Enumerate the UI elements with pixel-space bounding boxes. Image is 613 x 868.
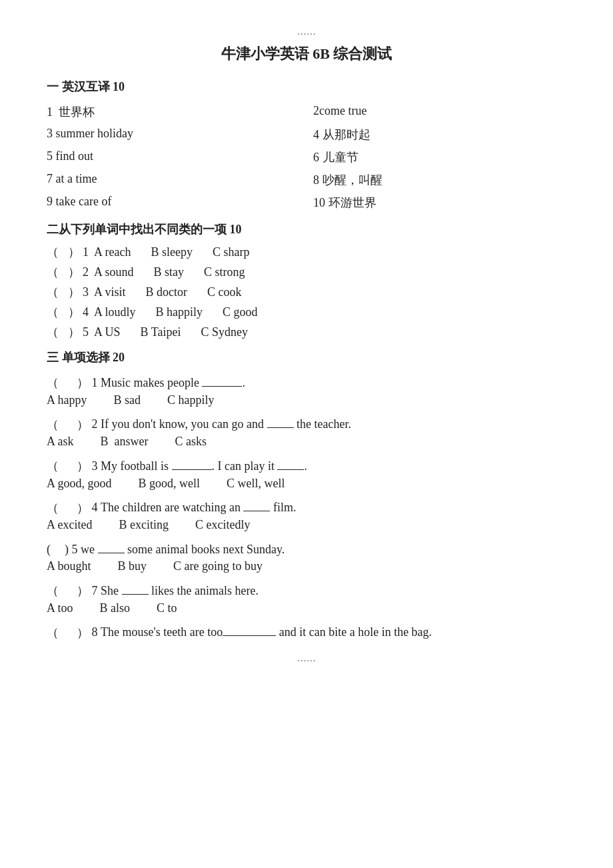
section3-header: 三 单项选择 20 xyxy=(47,349,566,365)
translation-item-2: 2come true xyxy=(313,103,566,121)
translation-item-4: 4 从那时起 xyxy=(313,125,566,144)
q3-q3-answer-blank1 xyxy=(172,455,212,470)
q3-q3-blank-bracket xyxy=(62,459,74,473)
q3-q2-options: A ask B answer C asks xyxy=(47,435,566,449)
q3-q2-blank-bracket xyxy=(62,417,74,431)
q2-num-3: 3 xyxy=(83,285,89,299)
top-dots: …… xyxy=(47,27,566,37)
q3-q4: （ ） 4 The children are watching an film. xyxy=(47,497,566,516)
bracket-5: （ xyxy=(47,324,59,340)
q3-q3-bracket-close: ） xyxy=(77,459,89,473)
bracket-2: （ xyxy=(47,264,59,280)
q3-q2-text: 2 If you don't know, you can go and the … xyxy=(92,417,351,431)
translation-item-8: 8 吵醒，叫醒 xyxy=(313,171,566,189)
q3-q1-opt-a: A happy xyxy=(47,393,87,407)
q3-q5-text: 5 we some animal books next Sunday. xyxy=(72,543,285,556)
q3-q2-opt-a: A ask xyxy=(47,435,74,449)
q3-q7-bracket-close: ） xyxy=(77,584,89,597)
q2-num-1: 1 xyxy=(83,245,89,259)
opt-3b: B doctor xyxy=(146,285,188,299)
q3-q3-opt-c: C well, well xyxy=(227,477,285,491)
q3-q2: （ ） 2 If you don't know, you can go and … xyxy=(47,414,566,433)
bracket-close-4: ） xyxy=(68,304,80,320)
opt-5c: C Sydney xyxy=(201,325,248,339)
section1-header: 一 英汉互译 10 xyxy=(47,79,566,95)
q3-q3-opt-a: A good, good xyxy=(47,477,112,491)
paren-space-1 xyxy=(59,245,68,259)
q3-q5-bracket-close: ) xyxy=(65,543,69,556)
q3-q7-opt-c: C to xyxy=(157,601,177,615)
q3-q2-bracket-close: ） xyxy=(77,417,89,431)
q3-q7: （ ） 7 She likes the animals here. xyxy=(47,580,566,599)
translation-item-1: 1 世界杯 xyxy=(47,103,300,121)
q3-q4-opt-c: C excitedly xyxy=(195,518,250,532)
q3-q5-answer-blank xyxy=(98,539,125,553)
q3-q3-options: A good, good B good, well C well, well xyxy=(47,477,566,491)
q3-q5-blank-bracket xyxy=(54,543,62,557)
q3-q7-options: A too B also C to xyxy=(47,601,566,615)
opt-1b: B sleepy xyxy=(151,245,193,259)
q3-q1-blank-bracket xyxy=(62,376,74,390)
q3-q4-opt-a: A excited xyxy=(47,518,92,532)
opt-5a: A US xyxy=(94,325,121,339)
q3-q4-options: A excited B exciting C excitedly xyxy=(47,518,566,532)
paren-space-3 xyxy=(59,285,68,299)
q3-q7-text: 7 She likes the animals here. xyxy=(92,584,259,597)
opt-2a: A sound xyxy=(94,265,134,279)
q3-q3-bracket-open: （ xyxy=(47,459,59,473)
bracket-3: （ xyxy=(47,284,59,300)
q3-q1: （ ） 1 Music makes people . xyxy=(47,372,566,391)
q3-q7-opt-b: B also xyxy=(100,601,131,615)
q2-options-5: A US B Taipei C Sydney xyxy=(94,325,248,339)
q3-q4-bracket-open: （ xyxy=(47,501,59,514)
q3-q1-opt-b: B sad xyxy=(114,393,141,407)
opt-3a: A visit xyxy=(94,285,126,299)
translation-item-7: 7 at a time xyxy=(47,171,300,189)
q3-q8-text: 8 The mouse's teeth are too and it can b… xyxy=(92,625,432,639)
q3-q8-answer-blank xyxy=(223,622,276,637)
opt-2c: C strong xyxy=(204,265,245,279)
q3-q3-text: 3 My football is . I can play it . xyxy=(92,459,307,473)
q3-q1-options: A happy B sad C happily xyxy=(47,393,566,407)
choice-row-2: （ ） 2 A sound B stay C strong xyxy=(47,264,566,280)
q3-q4-answer-blank xyxy=(243,497,270,512)
choice-row-1: （ ） 1 A reach B sleepy C sharp xyxy=(47,244,566,260)
translation-item-3: 3 summer holiday xyxy=(47,125,300,144)
q3-q5: ( ) 5 we some animal books next Sunday. xyxy=(47,539,566,557)
opt-1c: C sharp xyxy=(213,245,250,259)
q3-q2-answer-blank xyxy=(267,414,294,429)
q3-q3: （ ） 3 My football is . I can play it . xyxy=(47,455,566,474)
q3-q5-opt-b: B buy xyxy=(118,559,147,573)
paren-space-5 xyxy=(59,325,68,339)
bracket-close-1: ） xyxy=(68,244,80,260)
q3-q8-bracket-close: ） xyxy=(77,625,89,639)
opt-2b: B stay xyxy=(154,265,185,279)
opt-4a: A loudly xyxy=(94,305,136,319)
q2-options-2: A sound B stay C strong xyxy=(94,265,245,279)
translation-item-6: 6 儿童节 xyxy=(313,148,566,167)
opt-4c: C good xyxy=(223,305,258,319)
translation-item-5: 5 find out xyxy=(47,148,300,167)
q3-q3-answer-blank2 xyxy=(277,455,304,470)
q3-q5-bracket-open: ( xyxy=(47,543,51,556)
q3-q3-opt-b: B good, well xyxy=(139,477,201,491)
bracket-1: （ xyxy=(47,244,59,260)
q3-q1-bracket-open: （ xyxy=(47,376,59,389)
q2-num-4: 4 xyxy=(83,305,89,319)
q2-options-4: A loudly B happily C good xyxy=(94,305,258,319)
q3-q5-opt-c: C are going to buy xyxy=(173,559,263,573)
opt-5b: B Taipei xyxy=(141,325,181,339)
q3-q1-bracket-close: ） xyxy=(77,376,89,389)
paren-space-2 xyxy=(59,265,68,279)
q2-num-2: 2 xyxy=(83,265,89,279)
q3-q7-answer-blank xyxy=(122,580,149,595)
q3-q8-bracket-open: （ xyxy=(47,625,59,639)
q3-q2-bracket-open: （ xyxy=(47,417,59,431)
choice-row-3: （ ） 3 A visit B doctor C cook xyxy=(47,284,566,300)
bottom-dots: …… xyxy=(47,653,566,664)
q3-q4-bracket-close: ） xyxy=(77,501,89,514)
choice-row-5: （ ） 5 A US B Taipei C Sydney xyxy=(47,324,566,340)
bracket-close-5: ） xyxy=(68,324,80,340)
q3-q5-options: A bought B buy C are going to buy xyxy=(47,559,566,573)
q3-q1-text: 1 Music makes people . xyxy=(92,376,245,389)
